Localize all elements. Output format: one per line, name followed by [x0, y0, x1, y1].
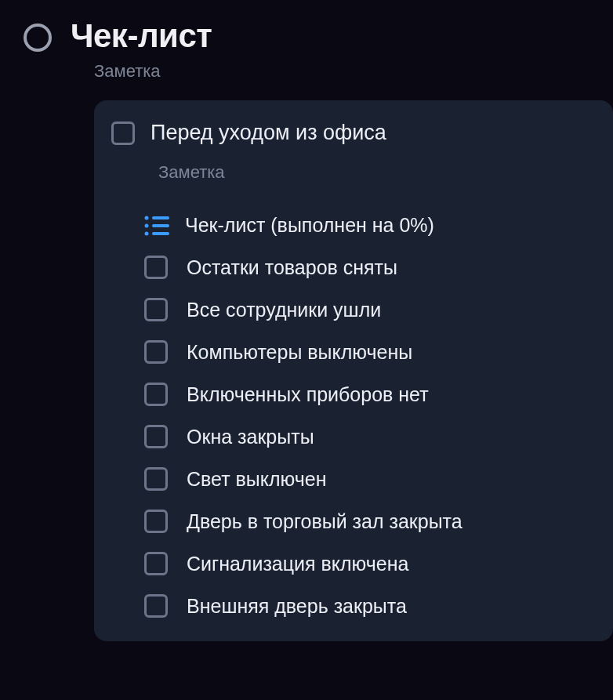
task-checkbox[interactable] — [111, 122, 135, 145]
list-item: Свет выключен — [144, 467, 589, 491]
page-subtitle: Заметка — [94, 61, 613, 82]
task-subtitle: Заметка — [158, 162, 589, 183]
item-label: Все сотрудники ушли — [187, 299, 381, 321]
svg-rect-3 — [152, 224, 169, 227]
checklist-title: Чек-лист (выполнен на 0%) — [185, 214, 434, 237]
checklist-icon — [144, 215, 171, 237]
list-item: Остатки товаров сняты — [144, 256, 589, 279]
task-card: Перед уходом из офиса Заметка Чек-лист (… — [94, 100, 613, 641]
item-label: Включенных приборов нет — [187, 383, 429, 406]
item-checkbox[interactable] — [144, 467, 168, 491]
item-label: Остатки товаров сняты — [187, 256, 397, 279]
list-item: Все сотрудники ушли — [144, 298, 589, 321]
svg-rect-1 — [152, 216, 169, 219]
list-item: Окна закрыты — [144, 425, 589, 448]
item-label: Компьютеры выключены — [187, 341, 412, 364]
item-label: Свет выключен — [187, 468, 327, 491]
list-item: Сигнализация включена — [144, 552, 589, 575]
item-checkbox[interactable] — [144, 552, 168, 575]
task-title: Перед уходом из офиса — [151, 121, 386, 145]
svg-point-0 — [145, 216, 149, 219]
item-checkbox[interactable] — [144, 340, 168, 364]
list-item: Внешняя дверь закрыта — [144, 594, 589, 618]
list-item: Дверь в торговый зал закрыта — [144, 510, 589, 533]
item-checkbox[interactable] — [144, 510, 168, 533]
list-item: Включенных приборов нет — [144, 383, 589, 406]
svg-point-2 — [145, 223, 149, 227]
svg-rect-5 — [152, 232, 169, 235]
item-label: Дверь в торговый зал закрыта — [187, 510, 462, 533]
list-item: Компьютеры выключены — [144, 340, 589, 364]
svg-point-4 — [145, 231, 149, 235]
checklist-items: Остатки товаров сняты Все сотрудники ушл… — [144, 256, 589, 618]
page-title: Чек-лист — [71, 17, 212, 55]
item-checkbox[interactable] — [144, 383, 168, 406]
item-label: Сигнализация включена — [187, 553, 408, 575]
status-circle-icon[interactable] — [24, 24, 52, 52]
item-checkbox[interactable] — [144, 298, 168, 321]
item-checkbox[interactable] — [144, 256, 168, 279]
item-label: Внешняя дверь закрыта — [187, 595, 407, 618]
item-checkbox[interactable] — [144, 594, 168, 618]
item-label: Окна закрыты — [187, 426, 314, 448]
item-checkbox[interactable] — [144, 425, 168, 448]
